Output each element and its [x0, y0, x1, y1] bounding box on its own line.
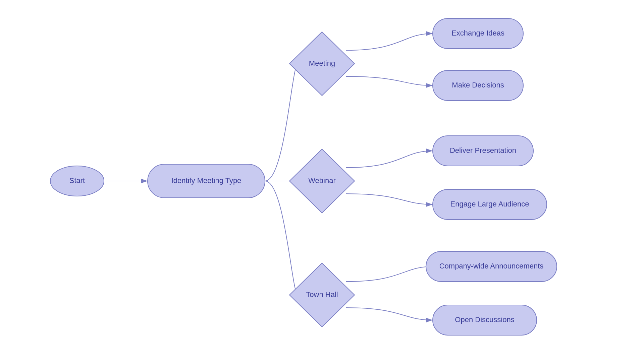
edge-webinar-engage: [346, 194, 433, 204]
edge-townhall-company: [346, 266, 433, 282]
identify-label: Identify Meeting Type: [171, 176, 241, 185]
townhall-label: Town Hall: [306, 290, 338, 299]
webinar-label: Webinar: [308, 176, 336, 185]
deliver-presentation-label: Deliver Presentation: [450, 146, 516, 155]
edge-identify-townhall: [265, 181, 298, 295]
start-label: Start: [69, 176, 85, 185]
edge-meeting-decisions: [346, 76, 433, 85]
edge-meeting-exchange: [346, 34, 433, 50]
open-discussions-label: Open Discussions: [455, 315, 514, 324]
edge-identify-meeting: [265, 64, 298, 181]
edge-townhall-open: [346, 308, 433, 320]
edge-webinar-deliver: [346, 151, 433, 168]
engage-large-label: Engage Large Audience: [450, 200, 529, 208]
company-wide-label: Company-wide Announcements: [439, 262, 544, 270]
make-decisions-label: Make Decisions: [452, 81, 504, 89]
exchange-ideas-label: Exchange Ideas: [451, 29, 504, 37]
meeting-label: Meeting: [309, 59, 335, 67]
